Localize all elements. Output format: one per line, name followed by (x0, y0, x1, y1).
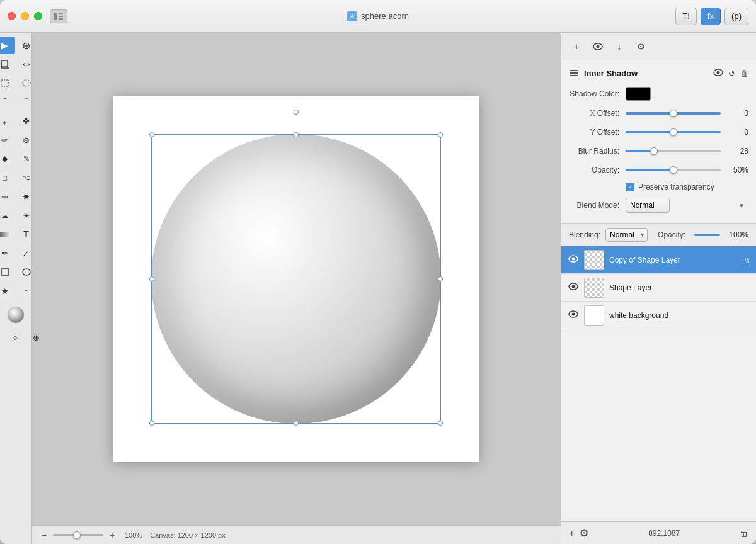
rect-select-button[interactable] (0, 74, 15, 92)
svg-rect-2 (59, 16, 63, 17)
svg-rect-15 (570, 70, 578, 71)
canvas-wrapper[interactable] (32, 33, 561, 525)
zoom-slider[interactable] (53, 534, 103, 536)
transform-tool-button[interactable]: ⇔ (16, 55, 37, 73)
minimize-button[interactable] (21, 12, 29, 20)
opacity-slider[interactable] (626, 164, 721, 176)
settings-filter-button[interactable]: ⚙ (633, 39, 648, 54)
close-button[interactable] (8, 12, 16, 20)
foreground-color-button[interactable]: ● (0, 329, 5, 346)
layer-name: white background (609, 311, 750, 320)
ellipse-select-button[interactable] (16, 74, 37, 92)
download-filter-button[interactable]: ↓ (612, 39, 627, 54)
y-offset-thumb[interactable] (670, 128, 677, 136)
svg-point-23 (572, 285, 575, 288)
delete-layer-button[interactable]: 🗑 (740, 528, 748, 538)
tools-panel-button[interactable]: T! (675, 8, 697, 25)
rotation-handle[interactable] (294, 110, 299, 115)
eraser-tool-button[interactable]: ◻ (0, 169, 15, 186)
select-tool-button[interactable]: ▶ (0, 37, 15, 54)
layer-coords: 892,1087 (593, 529, 735, 538)
ellipse-shape-button[interactable] (16, 263, 37, 281)
filter-delete-button[interactable]: 🗑 (740, 69, 748, 78)
blending-bar: Blending: Normal Multiply Screen ▼ Opaci… (561, 224, 756, 246)
shadow-color-swatch[interactable] (626, 87, 651, 101)
background-color-button[interactable]: ○ (6, 329, 26, 346)
p-panel-button[interactable]: (p) (724, 8, 748, 25)
opacity-value: 50% (726, 166, 748, 174)
x-offset-thumb[interactable] (670, 110, 677, 117)
x-offset-value: 0 (726, 109, 748, 118)
pen-tool-button[interactable]: ◆ (0, 150, 15, 167)
zoom-in-button[interactable]: + (107, 530, 117, 540)
add-layer-button[interactable]: + (569, 528, 575, 539)
canvas-document (113, 96, 479, 462)
add-filter-button[interactable]: + (569, 39, 584, 54)
layer-item[interactable]: Copy of Shape Layer fx (561, 246, 756, 274)
filter-reset-button[interactable]: ↺ (728, 69, 735, 78)
clone-tool-button[interactable]: ⌥ (16, 169, 37, 186)
smudge-tool-button[interactable]: ⊸ (0, 188, 15, 205)
layer-visibility-icon[interactable] (568, 310, 579, 320)
layer-item[interactable]: Shape Layer (561, 274, 756, 302)
sidebar-toggle-button[interactable] (50, 9, 67, 23)
bottom-opacity-slider[interactable] (694, 234, 720, 236)
blur-radius-thumb[interactable] (650, 147, 658, 155)
burn-tool-button[interactable]: ☀ (16, 207, 37, 224)
smart-select-button[interactable]: ✤ (16, 112, 37, 130)
effects-tool-button[interactable]: ✸ (16, 188, 37, 205)
filter-menu-icon[interactable] (569, 68, 579, 78)
x-offset-slider[interactable] (626, 107, 721, 120)
file-icon: A (347, 11, 357, 21)
arrow-tool-button[interactable]: ↑ (16, 282, 37, 300)
pencil-tool-button[interactable]: ✎ (16, 150, 37, 167)
layer-fx-badge[interactable]: fx (744, 256, 750, 264)
svg-rect-7 (1, 80, 9, 86)
opacity-thumb[interactable] (670, 166, 677, 174)
y-offset-slider[interactable] (626, 126, 721, 139)
y-offset-track (626, 131, 721, 133)
filter-title: Inner Shadow (584, 69, 708, 78)
handle-bottom-right[interactable] (438, 421, 443, 426)
svg-rect-4 (1, 60, 8, 67)
filter-visibility-button[interactable] (713, 69, 723, 78)
blend-mode-wrapper: Normal Multiply Screen Overlay Darken Li… (626, 198, 748, 213)
star-tool-button[interactable]: ★ (0, 282, 15, 300)
stamp-tool-button[interactable]: ⊛ (16, 131, 37, 149)
svg-rect-0 (54, 13, 57, 20)
blend-mode-arrow-icon: ▼ (738, 202, 745, 209)
zoom-out-button[interactable]: − (39, 530, 49, 540)
layer-visibility-icon[interactable] (568, 255, 579, 264)
maximize-button[interactable] (34, 12, 42, 20)
sphere-preview-tool (4, 303, 27, 326)
lasso-tool-button[interactable]: ⌒ (0, 93, 15, 111)
zoom-tool-button[interactable]: ⊕ (16, 37, 37, 54)
layer-settings-button[interactable]: ⚙ (580, 527, 588, 539)
preserve-transparency-checkbox[interactable]: ✓ (626, 183, 634, 191)
polygon-lasso-button[interactable]: ⌒ (16, 93, 37, 111)
y-offset-value: 0 (726, 128, 748, 137)
brush-tool-button[interactable]: ✏ (0, 131, 15, 149)
layer-item[interactable]: white background (561, 302, 756, 329)
fx-panel-button[interactable]: fx (701, 8, 721, 25)
visibility-filter-button[interactable] (590, 39, 605, 54)
blur-radius-slider[interactable] (626, 145, 721, 157)
blend-mode-select[interactable]: Normal Multiply Screen Overlay Darken Li… (626, 198, 670, 213)
svg-point-14 (597, 45, 600, 48)
cloud-tool-button[interactable]: ☁ (0, 207, 15, 224)
handle-top-left[interactable] (149, 132, 154, 137)
gradient-tool-button[interactable] (0, 225, 15, 243)
blending-select[interactable]: Normal Multiply Screen (605, 228, 648, 242)
layer-thumbnail (584, 250, 604, 270)
handle-bottom-left[interactable] (149, 421, 154, 426)
zoom-thumb[interactable] (73, 531, 81, 539)
rect-shape-button[interactable] (0, 263, 15, 281)
crop-tool-button[interactable] (0, 55, 15, 73)
layer-visibility-icon[interactable] (568, 283, 579, 292)
handle-top-right[interactable] (438, 132, 443, 137)
eyedropper-tool-button[interactable]: ⊕ (26, 329, 47, 346)
filter-section: Inner Shadow ↺ 🗑 Shadow C (561, 60, 756, 224)
titlebar-center: A sphere.acorn (347, 11, 409, 21)
vector-pen-button[interactable]: ✒ (0, 244, 15, 262)
magic-wand-button[interactable]: ⁎ (0, 112, 15, 130)
